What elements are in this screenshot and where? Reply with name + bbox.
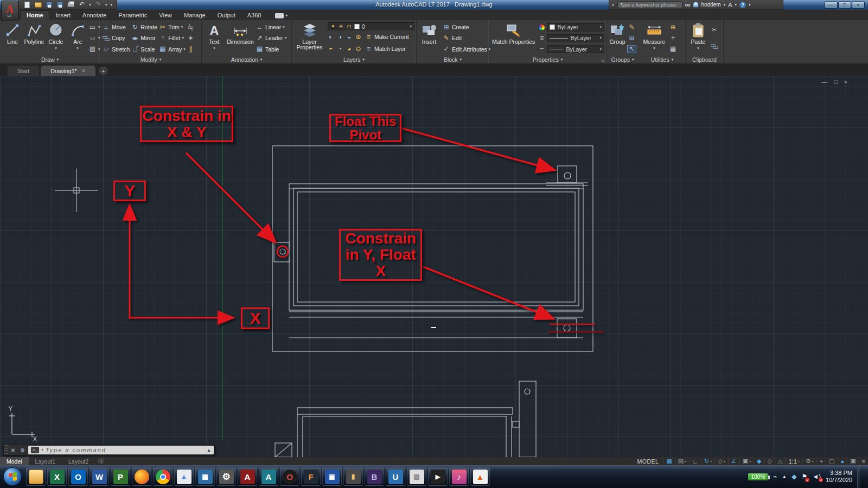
left-pivot-bracket[interactable] — [274, 242, 289, 262]
array-button[interactable]: ▦Array▾ — [158, 44, 186, 55]
viewport-restore-button[interactable]: □ — [834, 79, 838, 85]
point-button[interactable]: + — [669, 35, 677, 42]
maximize-button[interactable]: □ — [838, 1, 851, 9]
rectangle-button[interactable]: ▭▾ — [88, 22, 100, 33]
featured-apps-button[interactable]: ▾ — [275, 13, 288, 20]
circle-dropdown-icon[interactable]: ▾ — [55, 45, 57, 51]
command-wrench-icon[interactable]: ⚙ — [20, 447, 25, 453]
arc-button[interactable]: Arc▾ — [67, 21, 88, 55]
taskbar-u-app-button[interactable]: U — [386, 467, 405, 486]
bottom-right-pivot-bracket[interactable] — [557, 319, 577, 338]
group-edit-button[interactable]: ⊞ — [628, 35, 636, 42]
tab-manage[interactable]: Manage — [178, 11, 211, 20]
command-close-icon[interactable]: ✕ — [11, 447, 15, 453]
taskbar-settings-button[interactable]: ⚙ — [216, 467, 236, 486]
volume-muted-icon[interactable]: ◄) — [812, 473, 821, 480]
command-expand-icon[interactable]: ▲ — [207, 448, 211, 453]
action-center-flag-icon[interactable]: ⚑ — [801, 473, 807, 480]
trim-dropdown-icon[interactable]: ▾ — [181, 25, 183, 29]
isodraft-dropdown-icon[interactable]: ▾ — [724, 459, 725, 463]
linear-dropdown-icon[interactable]: ▾ — [283, 25, 285, 29]
redo-dropdown-icon[interactable]: ▾ — [105, 3, 107, 7]
top-right-pivot-bracket[interactable] — [558, 166, 577, 183]
layer-freeze-icon[interactable]: ◑ — [337, 33, 343, 41]
object-color-select[interactable]: ByLayer▾ — [547, 23, 604, 31]
properties-dialog-launcher-icon[interactable]: ↘ — [601, 58, 604, 63]
layer-off-icon[interactable]: ◒ — [346, 33, 352, 41]
taskbar-music-button[interactable]: ♪ — [449, 467, 469, 486]
file-tab-close-icon[interactable]: ✕ — [81, 68, 86, 74]
scale-dropdown-icon[interactable]: ▾ — [798, 459, 800, 463]
paste-button[interactable]: Paste▾ — [687, 21, 709, 55]
isometric-drafting-toggle[interactable]: ◇▾ — [714, 457, 727, 465]
file-tab-start[interactable]: Start — [8, 66, 39, 76]
taskbar-explorer-button[interactable] — [26, 467, 46, 486]
layer-lock-icon[interactable]: ⊕ — [355, 33, 361, 41]
group-selection-toggle[interactable]: ↖ — [628, 46, 636, 53]
layout-tab-model[interactable]: Model — [0, 457, 29, 465]
measure-dropdown-icon[interactable]: ▾ — [653, 45, 655, 51]
new-layout-button[interactable]: + — [98, 458, 104, 464]
save-button[interactable] — [45, 1, 53, 8]
tab-a360[interactable]: A360 — [242, 11, 267, 20]
move-button[interactable]: ↔↕Move — [102, 22, 130, 33]
annotation-autoscale-toggle[interactable]: ◇ — [764, 457, 775, 465]
linetype-select[interactable]: ByLayer▾ — [547, 45, 604, 53]
taskbar-vlc-button[interactable]: ▲ — [470, 467, 490, 486]
edit-block-button[interactable]: ✎Edit — [442, 33, 490, 43]
hatch-button[interactable]: ▨▾ — [88, 44, 100, 55]
tab-output[interactable]: Output — [212, 11, 241, 20]
start-button[interactable] — [3, 467, 22, 486]
viewport-minimize-button[interactable]: — — [821, 79, 827, 85]
quick-calc-button[interactable]: ▦ — [669, 46, 677, 53]
taskbar-word-button[interactable]: W — [90, 467, 109, 486]
snap-mode-toggle[interactable]: ▤▾ — [675, 457, 689, 465]
taskbar-firefox-button[interactable] — [132, 467, 151, 486]
workspace-switching-button[interactable]: ⚙▾ — [802, 457, 816, 465]
polyline-button[interactable]: Polyline — [23, 21, 45, 55]
copy-clip-button[interactable]: ▭▭ — [710, 43, 718, 50]
autodesk-dropdown-icon[interactable]: ▾ — [735, 3, 737, 7]
clean-screen-button[interactable]: ● — [838, 457, 847, 465]
tab-annotate[interactable]: Annotate — [77, 11, 112, 20]
offset-button[interactable]: ∥ — [187, 44, 195, 55]
file-tab-drawing1[interactable]: Drawing1* ✕ — [41, 66, 95, 76]
polar-tracking-toggle[interactable]: ↻▾ — [701, 457, 714, 465]
erase-button[interactable]: ▭╲ — [187, 22, 195, 33]
insert-button[interactable]: Insert — [418, 21, 440, 55]
save-as-button[interactable] — [56, 1, 64, 8]
leader-button[interactable]: ↗Leader▾ — [256, 33, 286, 43]
cut-button[interactable]: ✂ — [710, 27, 718, 34]
window-frame-drawing[interactable] — [272, 146, 593, 351]
panel-utilities-title[interactable]: Utilities▾ — [639, 55, 685, 63]
panel-modify-title[interactable]: Modify▾ — [100, 55, 201, 63]
leader-dropdown-icon[interactable]: ▾ — [285, 36, 287, 40]
search-binoculars-icon[interactable]: oo — [685, 2, 690, 8]
status-bar-menu-icon[interactable]: ≡ — [859, 457, 868, 465]
taskbar-photos-button[interactable]: ▲ — [174, 467, 194, 486]
second-frame-drawing[interactable] — [275, 381, 536, 457]
trim-button[interactable]: ✂Trim▾ — [158, 22, 186, 33]
hardware-acceleration-button[interactable]: ▣ — [847, 457, 858, 465]
plot-button[interactable] — [67, 1, 75, 8]
ungroup-button[interactable]: ✎ — [628, 24, 636, 31]
dimension-button[interactable]: Dimension — [225, 21, 256, 55]
command-line[interactable]: ✕ ⚙ >_ ▾ Type a command ▲ — [3, 445, 215, 455]
polar-dropdown-icon[interactable]: ▾ — [710, 459, 712, 463]
signed-in-user[interactable]: hoddem — [701, 2, 721, 8]
tab-insert[interactable]: Insert — [50, 11, 76, 20]
top-right-pivot-hole[interactable] — [564, 172, 571, 179]
panel-groups-title[interactable]: Groups▾ — [607, 55, 639, 63]
undo-dropdown-icon[interactable]: ▾ — [89, 3, 91, 7]
command-input[interactable]: >_ ▾ Type a command ▲ — [28, 446, 214, 454]
taskbar-gallery-button[interactable]: ▨ — [407, 467, 426, 486]
qat-customize-icon[interactable]: ▾ — [110, 3, 112, 7]
help-icon[interactable]: ? — [739, 2, 746, 8]
annotation-scale-select[interactable]: 1:1▾ — [785, 457, 802, 465]
bottom-right-pivot-hole[interactable] — [564, 325, 570, 331]
close-button[interactable]: × — [852, 1, 865, 9]
layer-isolate-icon[interactable]: ◐ — [328, 33, 334, 41]
id-point-button[interactable]: ⊕ — [669, 24, 677, 31]
autodesk-app-icon[interactable]: A — [728, 2, 732, 8]
fillet-button[interactable]: ◝Fillet▾ — [158, 33, 186, 43]
